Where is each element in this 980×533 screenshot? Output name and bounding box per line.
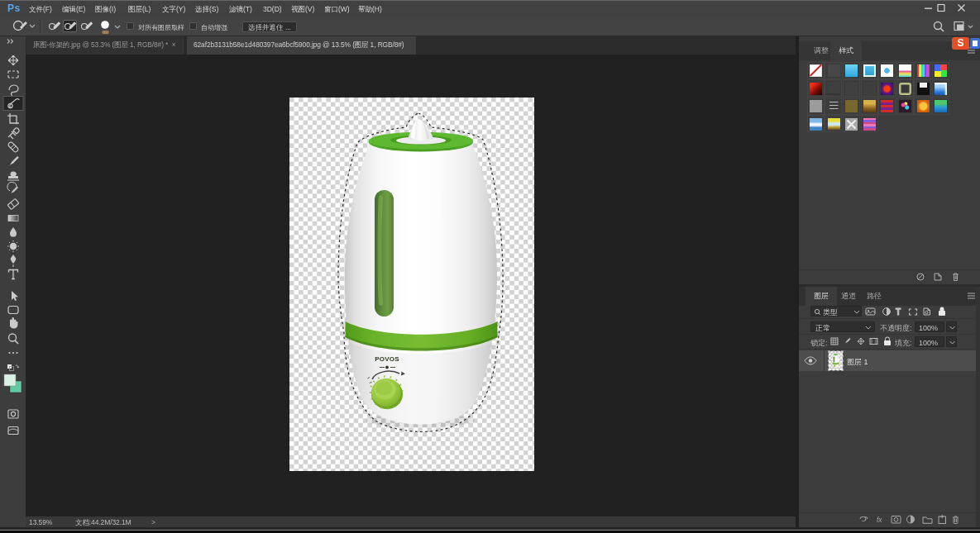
- svg-text:类型: 类型: [823, 308, 838, 316]
- svg-text:POVOS: POVOS: [375, 355, 399, 363]
- svg-text:T: T: [896, 307, 901, 316]
- svg-text:正常: 正常: [815, 324, 830, 332]
- svg-text:fx: fx: [877, 516, 882, 524]
